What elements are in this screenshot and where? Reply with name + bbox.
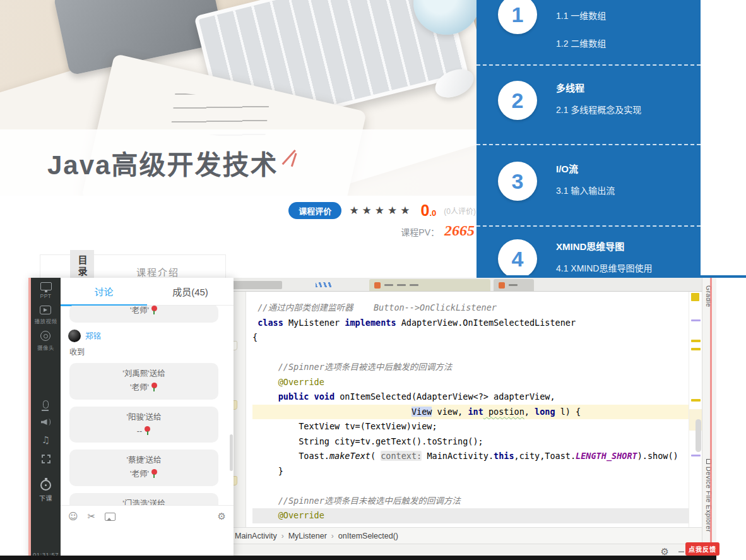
error-stripe-mark[interactable] — [691, 348, 701, 350]
editor-scrollbar-thumb[interactable] — [696, 419, 701, 452]
camera-button[interactable]: 摄像头 — [37, 331, 54, 351]
file-tab[interactable] — [494, 279, 534, 291]
gift-sender-line: '门浩浩'送给 — [76, 497, 212, 505]
code-line[interactable]: TextView tv=(TextView)view; — [252, 419, 716, 434]
code-line[interactable]: Toast.makeText( context: MainActivity.th… — [252, 449, 716, 464]
file-tab[interactable] — [230, 281, 282, 289]
file-tab[interactable] — [369, 279, 490, 291]
annotation-red-line — [710, 278, 712, 560]
error-stripe-mark[interactable] — [691, 399, 701, 402]
chapter-row: 4 XMIND思维导图 4.1 XMIND思维导图使用 — [477, 225, 701, 280]
chat-messages[interactable]: '老师'郑铭收到'刘禹熙'送给'老师''阳骏'送给--'蔡捷'送给'老师''门浩… — [61, 306, 234, 505]
minimize-icon[interactable] — [678, 551, 684, 552]
gift-message-bubble: '蔡捷'送给'老师' — [69, 450, 218, 486]
chapter-list-panel: 1 1.1 一维数组 1.2 二维数组 2 多线程 2.1 多线程概念及实现 3… — [477, 0, 701, 280]
star-rating-icons[interactable]: ★★★★★ — [349, 204, 413, 217]
chevron-right-icon: › — [281, 532, 284, 540]
tab-members[interactable]: 成员(45) — [147, 278, 234, 305]
fullscreen-icon[interactable] — [42, 455, 50, 463]
gift-receiver-line: '老师' — [76, 468, 212, 482]
code-line[interactable]: //通过内部类创建监听器 Button-->OnClickListener — [252, 301, 716, 316]
error-stripe-mark[interactable] — [691, 455, 701, 456]
code-line[interactable]: String city=tv.getText().toString(); — [252, 434, 716, 450]
code-line[interactable]: //Spinner选项条目被选中后触发的回调方法 — [252, 360, 716, 375]
error-stripe-mark[interactable] — [691, 340, 701, 342]
rating-value: 0.0 — [421, 203, 437, 218]
code-line[interactable] — [252, 345, 716, 360]
timer-icon — [40, 480, 51, 491]
end-class-label: 下课 — [39, 493, 52, 503]
rating-row: 课程评价 ★★★★★ 0.0 (0人评价) — [0, 202, 478, 219]
scissors-icon[interactable]: ✂ — [88, 512, 96, 521]
code-line[interactable]: View view, int postion, long l) { — [252, 405, 689, 420]
breadcrumb-class[interactable]: MainActivity — [235, 532, 277, 540]
ppt-label: PPT — [40, 293, 51, 299]
ide-tab-strip — [227, 278, 716, 292]
chapter-section-link[interactable]: 1.2 二维数组 — [556, 37, 606, 49]
chapter-number-badge: 1 — [498, 0, 537, 34]
chapter-section-link[interactable]: 4.1 XMIND思维导图使用 — [556, 261, 652, 274]
tab-label-placeholder — [397, 284, 406, 286]
image-icon[interactable] — [105, 513, 115, 521]
code-line[interactable]: } — [252, 464, 716, 479]
feedback-badge[interactable]: 点我反馈 — [685, 542, 719, 556]
breadcrumb-method[interactable]: onItemSelected() — [338, 532, 398, 540]
code-line[interactable]: class MyListener implements AdapterView.… — [252, 316, 716, 331]
banner-overlay: Java高级开发技术 — [0, 129, 477, 196]
emoji-icon[interactable]: ☺ — [68, 512, 78, 521]
camera-label: 摄像头 — [37, 343, 54, 351]
error-stripe-mark[interactable] — [691, 319, 701, 321]
code-line[interactable]: public void onItemSelected(AdapterView<?… — [252, 390, 716, 405]
tab-label-placeholder — [384, 284, 393, 286]
chat-settings-gear-icon[interactable]: ⚙ — [218, 512, 226, 521]
end-class-button[interactable]: 下课 — [39, 480, 52, 503]
gift-receiver-line: '老师' — [76, 381, 212, 395]
tab-toc[interactable]: 目录 — [70, 250, 94, 280]
tool-window-bar: Gradle Device File Explorer — [702, 278, 716, 560]
stream-toolbar: PPT 播放视频 摄像头 ♫ 下课 01:31:57 — [28, 278, 61, 560]
code-lines[interactable]: //通过内部类创建监听器 Button-->OnClickListener cl… — [246, 292, 716, 527]
gift-receiver-line: '老师' — [76, 306, 212, 318]
chapter-section-link[interactable]: 2.1 多线程概念及实现 — [556, 103, 641, 116]
username[interactable]: 郑铭 — [85, 330, 101, 342]
chapter-section-link[interactable]: 3.1 输入输出流 — [556, 184, 615, 196]
music-icon[interactable]: ♫ — [42, 436, 50, 445]
code-line[interactable] — [252, 479, 716, 494]
code-line[interactable]: @Override — [252, 375, 716, 390]
breadcrumb-inner-class[interactable]: MyListener — [288, 532, 327, 540]
ppt-button[interactable]: PPT — [40, 284, 51, 299]
pv-value: 2665 — [444, 222, 475, 239]
camera-icon — [40, 331, 50, 341]
message-text: 收到 — [69, 346, 225, 357]
code-line[interactable]: @Override — [252, 508, 689, 523]
microphone-icon[interactable] — [43, 400, 49, 408]
file-tab-icon — [499, 282, 505, 289]
rose-icon — [151, 306, 158, 314]
chapter-section-link[interactable]: 1.1 一维数组 — [556, 9, 606, 21]
chapter-number-badge: 2 — [498, 81, 537, 120]
rose-icon — [144, 426, 151, 435]
tab-discussion[interactable]: 讨论 — [61, 278, 147, 305]
play-video-button[interactable]: 播放视频 — [34, 306, 57, 325]
play-video-icon — [40, 306, 51, 314]
chapter-row: 2 多线程 2.1 多线程概念及实现 — [477, 64, 701, 144]
editor-marker-bar[interactable] — [689, 292, 702, 527]
code-line[interactable]: //Spinner选项条目未被选中后触发的回调方法 — [252, 494, 716, 509]
code-editor[interactable]: //通过内部类创建监听器 Button-->OnClickListener cl… — [227, 292, 716, 527]
speaker-icon[interactable] — [41, 418, 51, 426]
tab-decoration — [316, 282, 332, 287]
window-bottom-edge — [0, 556, 716, 560]
chapter-number-badge: 3 — [498, 162, 537, 201]
ppt-icon — [40, 282, 52, 290]
chat-scrollbar[interactable] — [230, 434, 233, 471]
tab-label-placeholder — [509, 284, 518, 286]
chat-input-toolbar: ☺ ✂ ⚙ — [61, 505, 234, 527]
error-stripe-mark[interactable] — [691, 293, 699, 301]
gift-sender-line: '刘禹熙'送给 — [76, 367, 212, 381]
course-rating-button[interactable]: 课程评价 — [288, 202, 341, 219]
chat-tabs: 讨论 成员(45) — [61, 278, 234, 306]
media-controls: ♫ — [41, 400, 51, 463]
rating-count: (0人评价) — [444, 205, 476, 216]
ide-window: //通过内部类创建监听器 Button-->OnClickListener cl… — [227, 278, 716, 560]
code-line[interactable]: { — [252, 330, 716, 345]
